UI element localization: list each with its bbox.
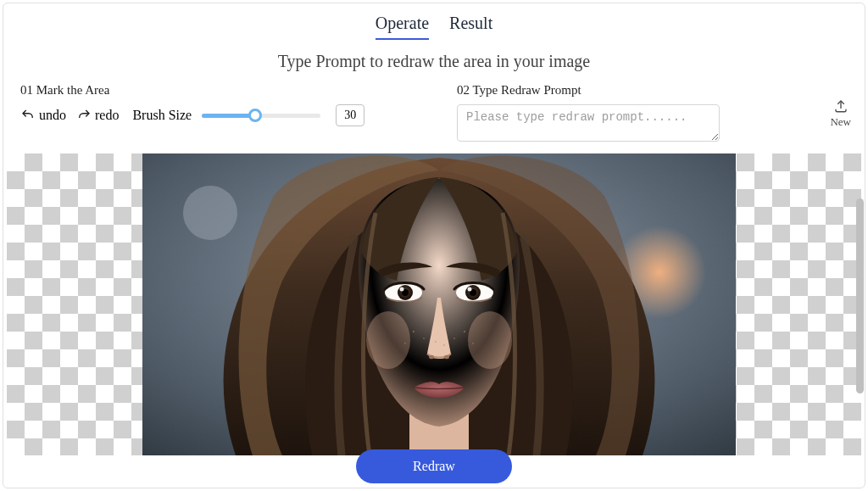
redo-label: redo	[95, 108, 119, 123]
svg-point-10	[400, 287, 404, 292]
svg-point-18	[404, 343, 406, 344]
svg-point-19	[464, 331, 465, 332]
svg-point-20	[453, 338, 455, 339]
svg-point-16	[413, 331, 415, 332]
vertical-scrollbar[interactable]	[856, 198, 864, 393]
svg-point-2	[183, 186, 237, 240]
svg-point-23	[443, 344, 445, 346]
brush-size-label: Brush Size	[132, 108, 192, 123]
undo-icon	[20, 108, 36, 123]
redraw-button[interactable]: Redraw	[356, 449, 512, 483]
svg-point-14	[366, 311, 410, 369]
subtitle: Type Prompt to redraw the area in your i…	[3, 52, 865, 71]
redo-button[interactable]: redo	[76, 108, 119, 123]
svg-point-13	[444, 355, 449, 359]
section-1-label: 01 Mark the Area	[20, 83, 440, 98]
upload-icon	[833, 98, 849, 114]
brush-size-input[interactable]	[336, 104, 364, 126]
svg-point-22	[435, 341, 437, 343]
new-button[interactable]: New	[830, 98, 851, 129]
tab-operate[interactable]: Operate	[376, 14, 429, 40]
svg-point-17	[423, 338, 425, 339]
svg-point-12	[429, 355, 434, 359]
svg-point-11	[468, 287, 472, 292]
redraw-prompt-input[interactable]	[457, 104, 720, 142]
canvas-image	[142, 153, 736, 455]
undo-button[interactable]: undo	[20, 108, 66, 123]
section-2-label: 02 Type Redraw Prompt	[457, 83, 848, 98]
new-label: New	[830, 115, 851, 128]
image-canvas[interactable]	[7, 153, 861, 455]
tab-bar: Operate Result	[3, 3, 865, 40]
undo-label: undo	[39, 108, 66, 123]
redo-icon	[76, 108, 92, 123]
tab-result[interactable]: Result	[449, 14, 492, 40]
svg-point-15	[468, 311, 512, 369]
svg-point-21	[472, 343, 474, 344]
brush-size-slider[interactable]	[202, 108, 320, 123]
